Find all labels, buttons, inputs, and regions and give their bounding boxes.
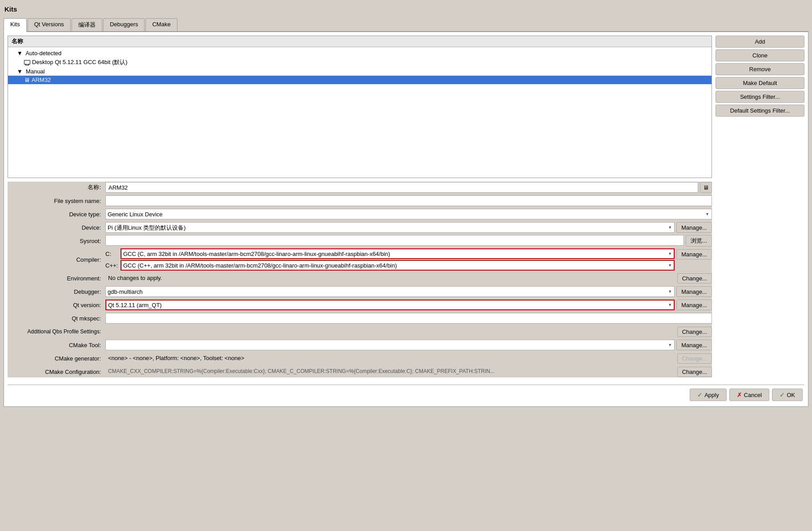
environment-value: No changes to apply.	[105, 273, 165, 284]
compiler-control: C: GCC (C, arm 32bit in /ARM/tools-maste…	[105, 248, 712, 271]
form-row-filesystem: File system name:	[8, 195, 712, 207]
left-panel: 名称 ▼ Auto-detected Desktop Qt 5.12.11 GC…	[8, 36, 712, 379]
compiler-cpp-select[interactable]: GCC (C++, arm 32bit in /ARM/tools-master…	[121, 260, 675, 271]
qbs-change-btn[interactable]: Change...	[677, 327, 712, 337]
label-name: 名称:	[8, 183, 105, 191]
label-device-type: Device type:	[8, 211, 105, 218]
qt-version-manage-btn[interactable]: Manage...	[676, 300, 712, 310]
cmake-tool-manage-btn[interactable]: Manage...	[676, 340, 712, 350]
compiler-c-select[interactable]: GCC (C, arm 32bit in /ARM/tools-master/a…	[121, 248, 675, 259]
cmake-config-control: CMAKE_CXX_COMPILER:STRING=%{Compiler:Exe…	[105, 367, 712, 377]
ok-check-icon: ✓	[780, 391, 785, 398]
form-row-sysroot: Sysroot: 浏览...	[8, 235, 712, 247]
qt-version-select[interactable]: Qt 5.12.11 (arm_QT)	[105, 300, 675, 310]
compiler-group: C: GCC (C, arm 32bit in /ARM/tools-maste…	[105, 248, 675, 271]
tree-header: 名称	[8, 36, 712, 47]
tree-item-arm32[interactable]: 🖥 ARM32	[8, 76, 712, 84]
device-select[interactable]: Pi (通用Linux 类型的默认设备)	[105, 222, 675, 233]
default-settings-filter-btn[interactable]: Default Settings Filter...	[716, 105, 804, 117]
cmake-generator-value: <none> - <none>, Platform: <none>, Tools…	[105, 353, 247, 364]
mkspec-input[interactable]	[105, 313, 712, 324]
tab-debuggers[interactable]: Debuggers	[103, 18, 145, 31]
cmake-generator-control: <none> - <none>, Platform: <none>, Tools…	[105, 353, 712, 364]
compiler-manage-btn[interactable]: Manage...	[676, 249, 712, 259]
name-control: 🖥	[105, 182, 712, 193]
remove-btn[interactable]: Remove	[716, 63, 804, 75]
tab-kits[interactable]: Kits	[4, 18, 27, 32]
device-type-control: Generic Linux Device	[105, 209, 712, 219]
cmake-config-value: CMAKE_CXX_COMPILER:STRING=%{Compiler:Exe…	[105, 367, 497, 377]
label-cmake-generator: CMake generator:	[8, 355, 105, 362]
tab-compiler[interactable]: 编译器	[72, 18, 102, 31]
clone-btn[interactable]: Clone	[716, 49, 804, 61]
label-cmake-config: CMake Configuration:	[8, 369, 105, 375]
qt-version-control: Qt 5.12.11 (arm_QT) Manage...	[105, 300, 712, 310]
tree-body: ▼ Auto-detected Desktop Qt 5.12.11 GCC 6…	[8, 47, 712, 86]
expand-arrow: ▼	[17, 50, 23, 57]
tree-item-arm32-label: ARM32	[32, 77, 51, 83]
label-qt-version: Qt version:	[8, 302, 105, 308]
apply-check-icon: ✓	[697, 391, 703, 398]
filesystem-input[interactable]	[105, 195, 712, 206]
debugger-control: gdb-multiarch Manage...	[105, 286, 712, 297]
tree-group-auto-detected[interactable]: ▼ Auto-detected	[8, 49, 712, 57]
label-cmake-tool: CMake Tool:	[8, 342, 105, 349]
label-compiler: Compiler:	[8, 256, 105, 263]
cmake-tool-control: Manage...	[105, 340, 712, 350]
cancel-label: Cancel	[744, 392, 762, 398]
apply-btn[interactable]: ✓ Apply	[690, 389, 727, 401]
cmake-generator-change-btn[interactable]: Change...	[677, 353, 712, 364]
window-title: Kits	[4, 4, 808, 15]
ok-btn[interactable]: ✓ OK	[772, 389, 803, 401]
filesystem-control	[105, 195, 712, 206]
environment-change-btn[interactable]: Change...	[677, 273, 712, 284]
form-row-debugger: Debugger: gdb-multiarch Manage...	[8, 286, 712, 297]
form-row-cmake-tool: CMake Tool: Manage...	[8, 339, 712, 351]
name-icon-btn[interactable]: 🖥	[700, 182, 712, 193]
cmake-config-change-btn[interactable]: Change...	[677, 367, 712, 377]
main-window: Kits Kits Qt Versions 编译器 Debuggers CMak…	[0, 0, 812, 531]
tree-group-manual[interactable]: ▼ Manual	[8, 67, 712, 76]
cmake-tool-select[interactable]	[105, 340, 675, 350]
label-debugger: Debugger:	[8, 288, 105, 295]
add-btn[interactable]: Add	[716, 36, 804, 48]
compiler-c-label: C:	[105, 251, 119, 257]
tab-qt-versions[interactable]: Qt Versions	[28, 18, 71, 31]
qbs-control: Change...	[105, 327, 712, 337]
compiler-c-row: C: GCC (C, arm 32bit in /ARM/tools-maste…	[105, 248, 675, 259]
sysroot-browse-btn[interactable]: 浏览...	[686, 235, 712, 247]
form-row-cmake-config: CMake Configuration: CMAKE_CXX_COMPILER:…	[8, 366, 712, 377]
bottom-bar: ✓ Apply ✗ Cancel ✓ OK	[8, 385, 804, 403]
apply-label: Apply	[704, 392, 719, 398]
arm32-icon: 🖥	[24, 77, 30, 83]
device-manage-btn[interactable]: Manage...	[676, 222, 712, 233]
compiler-cpp-label: C++:	[105, 262, 119, 269]
label-qbs: Additional Qbs Profile Settings:	[8, 328, 105, 335]
form-row-compiler: Compiler: C: GCC (C, arm 32bit in /ARM/t…	[8, 248, 712, 271]
tab-cmake[interactable]: CMake	[145, 18, 177, 31]
debugger-manage-btn[interactable]: Manage...	[676, 286, 712, 297]
expand-arrow-manual: ▼	[17, 68, 23, 75]
cancel-btn[interactable]: ✗ Cancel	[729, 389, 769, 401]
compiler-cpp-row: C++: GCC (C++, arm 32bit in /ARM/tools-m…	[105, 260, 675, 271]
form-row-name: 名称: 🖥	[8, 182, 712, 193]
environment-control: No changes to apply. Change...	[105, 273, 712, 284]
sysroot-control: 浏览...	[105, 235, 712, 247]
device-type-select[interactable]: Generic Linux Device	[105, 209, 712, 219]
label-mkspec: Qt mkspec:	[8, 315, 105, 322]
kits-content: 名称 ▼ Auto-detected Desktop Qt 5.12.11 GC…	[8, 36, 804, 379]
form-row-mkspec: Qt mkspec:	[8, 312, 712, 324]
form-row-device: Device: Pi (通用Linux 类型的默认设备) Manage...	[8, 222, 712, 233]
form-row-device-type: Device type: Generic Linux Device	[8, 208, 712, 220]
sysroot-input[interactable]	[105, 235, 684, 246]
settings-filter-btn[interactable]: Settings Filter...	[716, 91, 804, 103]
form-row-environment: Environment: No changes to apply. Change…	[8, 272, 712, 284]
label-filesystem: File system name:	[8, 198, 105, 204]
device-control: Pi (通用Linux 类型的默认设备) Manage...	[105, 222, 712, 233]
debugger-select[interactable]: gdb-multiarch	[105, 286, 675, 297]
make-default-btn[interactable]: Make Default	[716, 77, 804, 89]
name-input[interactable]	[105, 182, 698, 193]
kit-form: 名称: 🖥 File system name:	[8, 182, 712, 377]
tab-bar: Kits Qt Versions 编译器 Debuggers CMake	[4, 18, 808, 32]
tree-item-desktop-qt[interactable]: Desktop Qt 5.12.11 GCC 64bit (默认)	[8, 57, 712, 67]
